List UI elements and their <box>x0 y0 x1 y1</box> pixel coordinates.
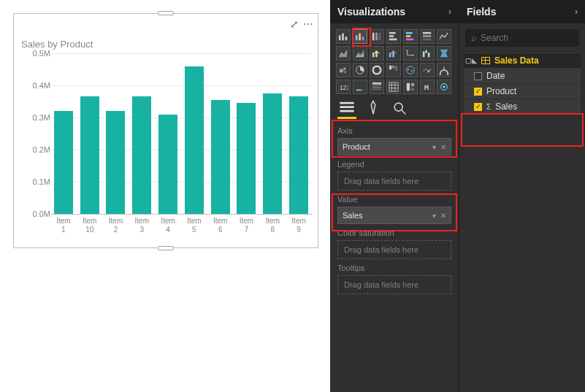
legend-well[interactable]: Drag data fields here <box>337 172 451 191</box>
viz-type-card[interactable]: 123 <box>336 80 351 94</box>
svg-point-57 <box>443 85 446 88</box>
fields-title: Fields <box>467 6 496 18</box>
more-options-icon[interactable]: ⋯ <box>303 18 313 30</box>
viz-type-pie[interactable] <box>353 63 367 77</box>
highlight-box <box>461 113 584 147</box>
axis-well-value: Product <box>343 142 370 151</box>
viz-type-kpi[interactable] <box>353 80 367 94</box>
fields-search[interactable]: ⌕ <box>465 29 579 47</box>
bar[interactable] <box>263 93 282 214</box>
viz-type-100-bar-horiz[interactable] <box>420 29 435 44</box>
report-canvas[interactable]: ⤢ ⋯ Sales by Product 0.0M0.1M0.2M0.3M0.4… <box>0 0 330 392</box>
y-axis-tick: 0.0M <box>21 210 50 218</box>
value-well-value: Sales <box>343 211 363 220</box>
svg-rect-44 <box>372 85 381 85</box>
field-sales[interactable]: ✓ΣSales <box>464 99 581 115</box>
viz-type-combo-stacked[interactable] <box>386 46 401 61</box>
bar[interactable] <box>289 96 308 214</box>
viz-type-waterfall[interactable] <box>420 46 435 61</box>
svg-rect-6 <box>372 33 375 41</box>
viz-type-table[interactable] <box>370 80 384 94</box>
bar[interactable] <box>158 115 177 214</box>
svg-rect-8 <box>379 33 381 41</box>
value-well[interactable]: Sales ▾✕ <box>337 207 451 224</box>
focus-mode-icon[interactable]: ⤢ <box>290 18 299 30</box>
viz-type-bar-horiz[interactable] <box>386 29 401 44</box>
viz-type-filled-map[interactable] <box>420 63 435 77</box>
search-input[interactable] <box>481 33 573 43</box>
y-axis-tick: 0.3M <box>21 113 50 122</box>
svg-rect-25 <box>425 50 427 53</box>
svg-rect-26 <box>428 53 430 57</box>
viz-type-treemap[interactable] <box>386 63 401 77</box>
resize-handle-top[interactable] <box>158 11 174 15</box>
format-tab[interactable] <box>365 101 381 118</box>
analytics-tab[interactable] <box>391 101 408 118</box>
svg-rect-11 <box>389 39 397 41</box>
bar[interactable] <box>211 100 230 214</box>
bar[interactable] <box>106 111 125 214</box>
field-product[interactable]: ✓Product <box>464 84 581 99</box>
axis-well[interactable]: Product ▾✕ <box>337 138 451 155</box>
visualizations-header[interactable]: Visualizations › <box>330 0 459 23</box>
chevron-right-icon[interactable]: › <box>575 7 578 17</box>
saturation-well[interactable]: Drag data fields here <box>337 240 451 259</box>
dropdown-icon[interactable]: ▾ <box>432 212 436 220</box>
chart-visual[interactable]: ⤢ ⋯ Sales by Product 0.0M0.1M0.2M0.3M0.4… <box>13 13 318 248</box>
tooltips-placeholder: Drag data fields here <box>344 280 418 289</box>
chevron-right-icon[interactable]: › <box>448 7 451 17</box>
viz-type-custom[interactable] <box>437 80 451 94</box>
legend-well-label: Legend <box>337 160 451 169</box>
viz-type-100-stacked-bar[interactable] <box>370 29 384 44</box>
field-date[interactable]: Date <box>464 69 581 84</box>
table-label: Sales Data <box>494 55 539 66</box>
remove-icon[interactable]: ✕ <box>440 143 446 151</box>
viz-type-matrix[interactable] <box>386 80 401 94</box>
viz-type-area[interactable] <box>336 46 351 61</box>
svg-text:R: R <box>424 83 429 91</box>
checkbox[interactable] <box>474 72 482 80</box>
viz-type-line[interactable] <box>437 29 451 44</box>
viz-type-r-visual[interactable]: R <box>420 80 435 94</box>
viz-type-combo[interactable] <box>370 46 384 61</box>
svg-rect-42 <box>356 90 362 91</box>
viz-type-scatter[interactable] <box>336 63 351 77</box>
bar[interactable] <box>237 103 256 214</box>
viz-type-funnel[interactable] <box>437 46 451 61</box>
svg-line-62 <box>402 110 406 115</box>
viz-type-clustered-bar-horiz[interactable] <box>403 29 418 44</box>
svg-rect-22 <box>407 50 408 52</box>
viz-type-stacked-bar[interactable] <box>336 29 351 44</box>
svg-rect-9 <box>389 32 396 34</box>
svg-rect-59 <box>340 106 353 108</box>
tooltips-well[interactable]: Drag data fields here <box>337 275 451 294</box>
viz-type-stacked-area[interactable] <box>353 46 367 61</box>
viz-type-clustered-bar[interactable] <box>353 29 367 44</box>
visualization-type-grid: 123R <box>330 23 459 99</box>
resize-handle-bottom[interactable] <box>158 246 174 250</box>
x-axis-label: Item 2 <box>103 217 129 234</box>
viz-type-gauge[interactable] <box>437 63 451 77</box>
x-axis-label: Item 8 <box>259 217 286 234</box>
bar[interactable] <box>54 111 73 214</box>
viz-type-map[interactable] <box>403 63 418 77</box>
visualizations-panel: Visualizations › 123R Axis Product ▾✕ Le… <box>330 0 459 392</box>
checkbox[interactable]: ✓ <box>474 88 482 96</box>
fields-header[interactable]: Fields › <box>459 0 585 23</box>
viz-type-donut[interactable] <box>370 63 384 77</box>
svg-rect-1 <box>342 34 344 41</box>
visualizations-title: Visualizations <box>337 6 405 18</box>
fields-tab[interactable] <box>339 101 355 118</box>
x-axis-label: Item 3 <box>129 217 155 234</box>
viz-type-ribbon[interactable] <box>403 46 418 61</box>
viz-type-slicer[interactable] <box>403 80 418 94</box>
checkbox[interactable]: ✓ <box>474 103 482 111</box>
bar[interactable] <box>80 96 99 214</box>
bar[interactable] <box>132 96 151 214</box>
sigma-icon: Σ <box>486 103 491 111</box>
gridline <box>50 214 312 215</box>
bar[interactable] <box>185 66 204 214</box>
table-node-sales-data[interactable]: ▢◣ Sales Data <box>464 53 581 69</box>
dropdown-icon[interactable]: ▾ <box>432 143 436 151</box>
remove-icon[interactable]: ✕ <box>440 212 446 220</box>
